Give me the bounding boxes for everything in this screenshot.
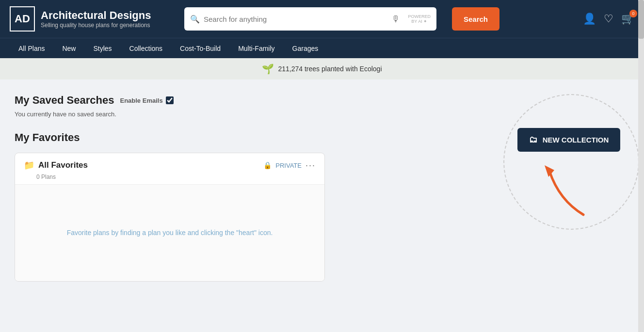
folder-icon: 📁 xyxy=(24,160,34,171)
site-title: Architectural Designs xyxy=(41,9,151,22)
search-icon: 🔍 xyxy=(190,15,200,24)
site-subtitle: Selling quality house plans for generati… xyxy=(41,22,151,29)
saved-searches-section: My Saved Searches Enable Emails xyxy=(15,94,494,107)
collection-name: All Favorites xyxy=(38,160,88,170)
eco-text: 211,274 trees planted with Ecologi xyxy=(278,65,382,73)
header-icons: 👤 ♡ 🛒 0 xyxy=(583,13,634,25)
logo-text: Architectural Designs Selling quality ho… xyxy=(41,9,151,29)
cart-badge: 0 xyxy=(629,10,637,17)
nav-item-cost-to-build[interactable]: Cost-To-Build xyxy=(171,38,229,59)
nav-item-multi-family[interactable]: Multi-Family xyxy=(229,38,283,59)
new-collection-button[interactable]: 🗂 NEW COLLECTION xyxy=(517,128,621,152)
card-body: Favorite plans by finding a plan you lik… xyxy=(15,184,324,281)
card-title-row: 📁 All Favorites xyxy=(24,160,88,171)
scrollbar-thumb[interactable] xyxy=(638,0,644,39)
arrow-indicator xyxy=(540,157,598,221)
site-header: AD Architectural Designs Selling quality… xyxy=(0,0,644,38)
user-icon[interactable]: 👤 xyxy=(583,13,596,25)
enable-emails-checkbox[interactable] xyxy=(166,96,174,104)
nav-item-garages[interactable]: Garages xyxy=(284,38,327,59)
nav-item-all-plans[interactable]: All Plans xyxy=(10,38,53,59)
logo-area: AD Architectural Designs Selling quality… xyxy=(10,6,175,32)
nav-item-collections[interactable]: Collections xyxy=(121,38,171,59)
card-actions: 🔒 PRIVATE ··· xyxy=(263,160,316,171)
microphone-icon[interactable]: 🎙 xyxy=(391,14,400,24)
more-options-button[interactable]: ··· xyxy=(306,160,316,171)
main-content: My Saved Searches Enable Emails You curr… xyxy=(0,79,644,296)
folder-new-icon: 🗂 xyxy=(529,135,538,145)
cart-icon[interactable]: 🛒 0 xyxy=(621,13,634,25)
search-bar[interactable]: 🔍 🎙 POWERED BY AI ✦ xyxy=(184,7,436,31)
nav-item-new[interactable]: New xyxy=(53,38,84,59)
nav-item-styles[interactable]: Styles xyxy=(84,38,120,59)
favorites-title: My Favorites xyxy=(15,131,494,144)
card-header: 📁 All Favorites 🔒 PRIVATE ··· xyxy=(15,153,324,174)
no-saved-search-text: You currently have no saved search. xyxy=(15,111,494,118)
lock-icon: 🔒 xyxy=(263,161,272,169)
enable-emails-label: Enable Emails xyxy=(120,96,173,104)
wishlist-icon[interactable]: ♡ xyxy=(604,13,613,25)
right-content: 🗂 NEW COLLECTION xyxy=(508,94,629,282)
scrollbar[interactable] xyxy=(638,0,644,332)
search-button[interactable]: Search xyxy=(452,7,499,31)
svg-marker-0 xyxy=(545,165,554,177)
powered-by-label: POWERED BY AI ✦ xyxy=(408,14,431,24)
eco-banner: 🌱 211,274 trees planted with Ecologi xyxy=(0,58,644,79)
search-input[interactable] xyxy=(204,15,391,23)
main-nav: All Plans New Styles Collections Cost-To… xyxy=(0,38,644,58)
saved-searches-title: My Saved Searches xyxy=(15,94,114,107)
empty-message: Favorite plans by finding a plan you lik… xyxy=(67,228,273,238)
logo-icon[interactable]: AD xyxy=(10,6,35,32)
left-content: My Saved Searches Enable Emails You curr… xyxy=(15,94,494,282)
privacy-label: PRIVATE xyxy=(275,162,302,169)
favorites-card: 📁 All Favorites 🔒 PRIVATE ··· 0 Plans Fa… xyxy=(15,153,325,282)
plan-count: 0 Plans xyxy=(28,174,324,180)
leaf-icon: 🌱 xyxy=(262,63,274,75)
